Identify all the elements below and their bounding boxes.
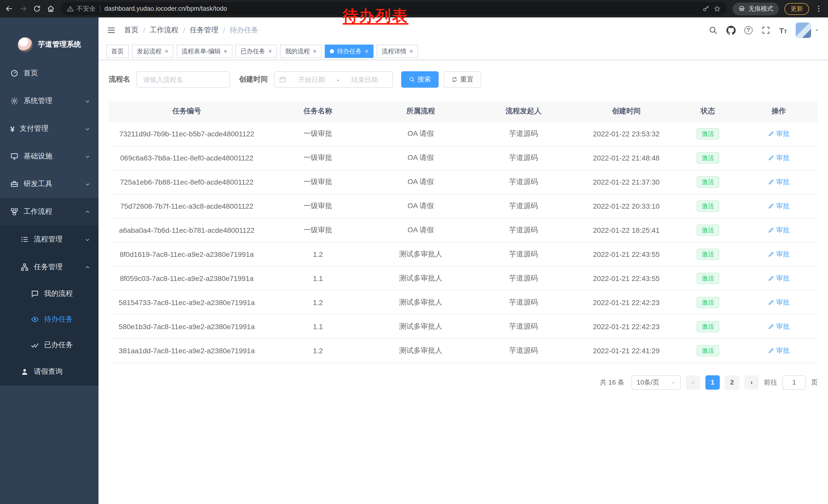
tab-todo-task[interactable]: 待办任务× bbox=[325, 45, 373, 58]
approve-link[interactable]: 审批 bbox=[768, 153, 790, 162]
cell-created: 2022-01-21 22:41:29 bbox=[577, 338, 676, 363]
sidebar-item-process-management[interactable]: 流程管理 bbox=[0, 226, 98, 253]
sidebar-item-leave-query[interactable]: 请假查询 bbox=[0, 358, 98, 385]
process-name-input[interactable] bbox=[136, 71, 230, 88]
cell-task-name: 一级审批 bbox=[265, 170, 371, 194]
approve-link[interactable]: 审批 bbox=[768, 177, 790, 186]
approve-link[interactable]: 审批 bbox=[768, 322, 790, 331]
cell-task-name: 一级审批 bbox=[265, 218, 371, 242]
cell-created: 2022-01-22 23:53:32 bbox=[577, 122, 676, 146]
close-icon[interactable]: × bbox=[409, 48, 413, 54]
tab-start-process[interactable]: 发起流程× bbox=[132, 45, 173, 58]
sidebar-item-workflow[interactable]: 工作流程 bbox=[0, 198, 98, 226]
breadcrumb-task-management[interactable]: 任务管理 bbox=[190, 26, 218, 35]
fullscreen-icon[interactable] bbox=[761, 26, 770, 35]
logo-avatar bbox=[17, 37, 33, 52]
prev-page-button[interactable]: ‹ bbox=[686, 375, 700, 390]
close-icon[interactable]: × bbox=[313, 48, 317, 54]
approve-link[interactable]: 审批 bbox=[768, 274, 790, 283]
date-range-picker[interactable]: - bbox=[274, 71, 393, 88]
header-bar: 首页 / 工作流程 / 任务管理 / 待办任务 ? TT bbox=[98, 17, 828, 43]
key-icon[interactable] bbox=[702, 5, 709, 12]
close-icon[interactable]: × bbox=[224, 48, 227, 54]
approve-link[interactable]: 审批 bbox=[768, 249, 790, 259]
col-task-id: 任务编号 bbox=[109, 101, 265, 122]
chevron-down-icon bbox=[85, 98, 90, 104]
edit-icon bbox=[768, 348, 774, 354]
sidebar-item-home[interactable]: 首页 bbox=[0, 59, 98, 87]
browser-update-button[interactable]: 更新 bbox=[784, 3, 809, 15]
page-button-2[interactable]: 2 bbox=[725, 375, 739, 390]
approve-link[interactable]: 审批 bbox=[768, 346, 790, 355]
double-check-icon bbox=[31, 341, 39, 349]
cell-action: 审批 bbox=[740, 266, 818, 290]
page-size-select[interactable]: 10条/页 bbox=[631, 375, 681, 390]
tab-my-process[interactable]: 我的流程× bbox=[280, 45, 322, 58]
process-name-label: 流程名 bbox=[109, 75, 130, 84]
close-icon[interactable]: × bbox=[165, 48, 168, 54]
cell-action: 审批 bbox=[740, 194, 818, 218]
next-page-button[interactable]: › bbox=[744, 375, 759, 390]
table-row: a6aba0a4-7b6d-11ec-b781-acde48001122 一级审… bbox=[109, 218, 818, 242]
close-icon[interactable]: × bbox=[365, 48, 368, 54]
github-icon[interactable] bbox=[726, 26, 735, 35]
breadcrumb-home[interactable]: 首页 bbox=[124, 26, 138, 35]
cell-task-id: 381aa1dd-7ac8-11ec-a9e2-a2380e71991a bbox=[109, 338, 265, 363]
browser-home-icon[interactable] bbox=[47, 5, 55, 13]
table-row: 725a1eb6-7b88-11ec-8ef0-acde48001122 一级审… bbox=[109, 170, 818, 194]
approve-link[interactable]: 审批 bbox=[768, 225, 790, 235]
breadcrumb: 首页 / 工作流程 / 任务管理 / 待办任务 bbox=[124, 26, 258, 35]
sidebar-item-done-task[interactable]: 已办任务 bbox=[0, 332, 98, 358]
font-size-icon[interactable]: TT bbox=[779, 26, 787, 35]
col-process: 所属流程 bbox=[371, 101, 470, 122]
end-date-input[interactable] bbox=[341, 76, 388, 83]
goto-page-input[interactable] bbox=[782, 375, 806, 390]
search-button[interactable]: 搜索 bbox=[401, 71, 439, 88]
tab-process-detail[interactable]: 流程详情× bbox=[377, 45, 418, 58]
refresh-icon bbox=[451, 77, 458, 83]
browser-forward-icon[interactable] bbox=[19, 5, 27, 13]
sidebar-item-my-process[interactable]: 我的流程 bbox=[0, 281, 98, 307]
user-menu[interactable] bbox=[796, 22, 820, 38]
filter-bar: 流程名 创建时间 - 搜索 重置 bbox=[109, 71, 818, 88]
sidebar-item-devtools[interactable]: 研发工具 bbox=[0, 170, 98, 198]
cell-initiator: 芋道源码 bbox=[470, 290, 577, 314]
status-badge: 激活 bbox=[697, 296, 719, 308]
sidebar-item-payment[interactable]: ¥ 支付管理 bbox=[0, 115, 98, 142]
bookmark-star-icon[interactable] bbox=[714, 5, 721, 12]
reset-button[interactable]: 重置 bbox=[444, 71, 481, 88]
cell-process: OA 请假 bbox=[371, 194, 470, 218]
cell-action: 审批 bbox=[740, 122, 818, 146]
tab-done-task[interactable]: 已办任务× bbox=[236, 45, 277, 58]
approve-link[interactable]: 审批 bbox=[768, 201, 790, 211]
approve-link[interactable]: 审批 bbox=[768, 129, 790, 138]
cell-created: 2022-01-21 22:42:23 bbox=[577, 314, 676, 338]
sidebar-item-task-management[interactable]: 任务管理 bbox=[0, 253, 98, 281]
browser-menu-icon[interactable] bbox=[815, 5, 823, 13]
approve-link[interactable]: 审批 bbox=[768, 297, 790, 307]
edit-icon bbox=[768, 179, 774, 185]
status-badge: 激活 bbox=[697, 321, 719, 332]
cell-process: OA 请假 bbox=[371, 170, 470, 194]
start-date-input[interactable] bbox=[288, 76, 335, 83]
sidebar-toggle-icon[interactable] bbox=[107, 26, 116, 35]
tab-form-edit[interactable]: 流程表单-编辑× bbox=[176, 45, 233, 58]
search-icon[interactable] bbox=[708, 26, 717, 35]
tab-home[interactable]: 首页 bbox=[106, 45, 129, 58]
cell-task-name: 1.2 bbox=[265, 290, 371, 314]
sidebar-logo[interactable]: 芋道管理系统 bbox=[0, 17, 98, 59]
sidebar: 芋道管理系统 首页 系统管理 ¥ 支付管理 基础设施 bbox=[0, 17, 98, 504]
sidebar-item-infrastructure[interactable]: 基础设施 bbox=[0, 142, 98, 170]
browser-back-icon[interactable] bbox=[5, 5, 13, 13]
browser-reload-icon[interactable] bbox=[33, 5, 41, 13]
help-icon[interactable]: ? bbox=[744, 26, 752, 34]
col-initiator: 流程发起人 bbox=[470, 101, 577, 122]
table-header-row: 任务编号 任务名称 所属流程 流程发起人 创建时间 状态 操作 bbox=[109, 101, 818, 122]
breadcrumb-workflow[interactable]: 工作流程 bbox=[150, 26, 178, 35]
omnibox-divider bbox=[100, 5, 100, 12]
security-chip[interactable]: 不安全 bbox=[67, 4, 96, 13]
sidebar-item-todo-task[interactable]: 待办任务 bbox=[0, 307, 98, 332]
close-icon[interactable]: × bbox=[268, 48, 272, 54]
page-button-1[interactable]: 1 bbox=[705, 375, 720, 390]
sidebar-item-system[interactable]: 系统管理 bbox=[0, 87, 98, 115]
